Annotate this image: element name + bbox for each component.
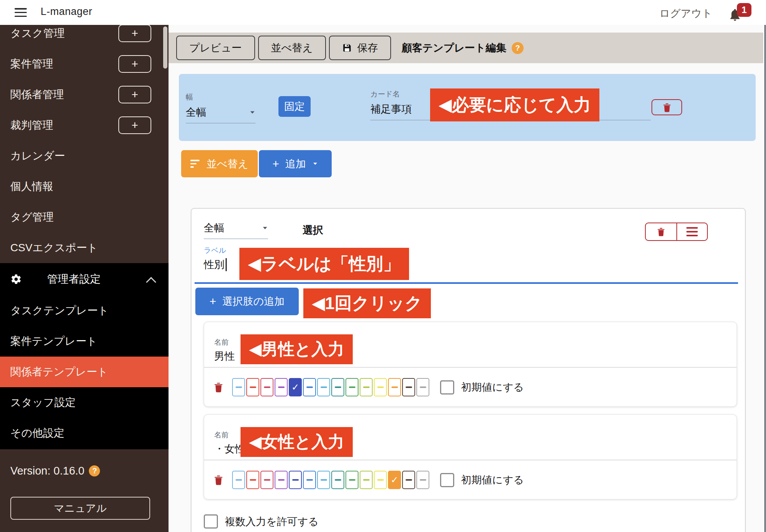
sidebar-item[interactable]: タスク管理+: [0, 25, 169, 49]
option-card-male: 名前 男性 ◀男性と入力 ✓ 初期値にする: [204, 322, 737, 407]
color-swatch[interactable]: [360, 471, 373, 489]
menu-icon[interactable]: [15, 8, 27, 17]
color-dash: [335, 479, 341, 481]
version-help-icon[interactable]: ?: [89, 465, 100, 476]
color-swatch[interactable]: [317, 471, 330, 489]
color-dash: [349, 386, 355, 388]
color-swatch[interactable]: [303, 471, 316, 489]
color-swatch[interactable]: [232, 471, 245, 489]
save-button[interactable]: 保存: [329, 36, 391, 60]
default-value-checkbox[interactable]: [440, 380, 454, 394]
color-dash: [406, 386, 412, 388]
notification-badge: 1: [737, 3, 751, 17]
color-swatch[interactable]: [374, 378, 387, 396]
delete-option-button[interactable]: [214, 382, 223, 393]
page-help-icon[interactable]: ?: [512, 42, 524, 54]
sidebar-item[interactable]: 案件管理+: [0, 49, 169, 79]
option-name-field[interactable]: 名前 男性: [214, 337, 235, 363]
sidebar-item[interactable]: スタッフ設定: [0, 387, 169, 418]
sidebar-scrollbar-thumb[interactable]: [163, 26, 167, 69]
multi-input-checkbox[interactable]: [204, 514, 218, 529]
field-type-title: 選択: [303, 223, 323, 237]
sort-button[interactable]: 並べ替え: [258, 36, 326, 60]
width-select[interactable]: 幅 全幅: [186, 92, 255, 123]
color-swatch[interactable]: [402, 378, 415, 396]
divider: [204, 460, 737, 460]
preview-button[interactable]: プレビュー: [176, 36, 255, 60]
color-dash: [377, 479, 384, 481]
sidebar-item[interactable]: その他設定: [0, 418, 169, 449]
sidebar-item-label: カレンダー: [10, 149, 65, 163]
color-swatch[interactable]: [246, 378, 259, 396]
color-swatch[interactable]: [303, 378, 316, 396]
color-swatch-selected[interactable]: ✓: [289, 378, 302, 396]
delete-card-button[interactable]: [651, 99, 682, 115]
sidebar-item[interactable]: カレンダー: [0, 141, 169, 171]
version-label: Version: 0.16.0: [10, 465, 84, 477]
sidebar-item[interactable]: 裁判管理+: [0, 110, 169, 141]
color-swatch[interactable]: [317, 378, 330, 396]
color-swatch[interactable]: [289, 471, 302, 489]
default-value-label: 初期値にする: [461, 380, 524, 394]
chevron-down-icon: [263, 227, 267, 229]
annotation-option-female: ◀女性と入力: [241, 427, 353, 457]
label-field-label: ラベル: [204, 246, 227, 255]
delete-field-button[interactable]: [646, 223, 676, 240]
gear-icon: [10, 273, 22, 285]
color-swatch[interactable]: [232, 378, 245, 396]
field-menu-button[interactable]: [676, 223, 707, 240]
quick-add-button[interactable]: +: [118, 116, 151, 134]
sidebar-item[interactable]: 案件テンプレート: [0, 326, 169, 357]
add-field-button[interactable]: + 追加: [259, 150, 332, 177]
notifications-button[interactable]: 1: [728, 5, 751, 22]
trash-icon: [657, 227, 665, 236]
manual-button[interactable]: マニュアル: [10, 497, 150, 520]
field-width-select[interactable]: 全幅: [204, 221, 268, 239]
color-dash: [250, 386, 256, 388]
color-swatch[interactable]: [260, 378, 273, 396]
annotation-card-name: ◀必要に応じて入力: [430, 88, 599, 121]
color-swatch-selected[interactable]: ✓: [388, 471, 401, 489]
sidebar-item[interactable]: 個人情報: [0, 171, 169, 202]
color-swatch[interactable]: [246, 471, 259, 489]
fixed-button[interactable]: 固定: [278, 96, 311, 117]
sidebar-item[interactable]: タスクテンプレート: [0, 295, 169, 326]
color-swatch[interactable]: [360, 378, 373, 396]
option-bottom-row: ✓ 初期値にする: [214, 373, 729, 402]
color-dash: [250, 479, 256, 481]
page-scrollbar[interactable]: [763, 25, 766, 532]
color-swatch[interactable]: [331, 378, 344, 396]
sidebar-item[interactable]: タグ管理: [0, 202, 169, 232]
sidebar-item-active[interactable]: 関係者テンプレート: [0, 357, 169, 387]
logout-button[interactable]: ログアウト: [660, 7, 712, 20]
main-content: プレビュー 並べ替え 保存 顧客テンプレート編集 ? 幅 全幅 固定: [169, 25, 763, 532]
reorder-fields-button[interactable]: 並べ替え: [181, 150, 258, 177]
card-actions-row: 並べ替え + 追加: [181, 150, 332, 177]
default-value-checkbox[interactable]: [440, 473, 454, 487]
card-name-value: 補足事項: [370, 102, 412, 116]
label-input-field[interactable]: ラベル 性別: [204, 246, 227, 272]
sidebar-item-admin-settings[interactable]: 管理者設定: [0, 263, 169, 295]
sidebar-item[interactable]: CSVエクスポート: [0, 232, 169, 263]
color-swatch[interactable]: [416, 471, 429, 489]
color-swatch[interactable]: [402, 471, 415, 489]
color-dash: [420, 479, 426, 481]
quick-add-button[interactable]: +: [118, 55, 151, 73]
quick-add-button[interactable]: +: [118, 86, 151, 103]
multi-input-row: 複数入力を許可する: [204, 514, 319, 529]
sidebar-item[interactable]: 関係者管理+: [0, 79, 169, 110]
color-dash: [278, 386, 285, 388]
color-swatch[interactable]: [374, 471, 387, 489]
color-swatch[interactable]: [331, 471, 344, 489]
delete-option-button[interactable]: [214, 475, 223, 485]
color-dash: [236, 479, 242, 481]
quick-add-button[interactable]: +: [118, 25, 151, 42]
color-swatch[interactable]: [275, 378, 288, 396]
color-swatch[interactable]: [388, 378, 401, 396]
color-swatch[interactable]: [275, 471, 288, 489]
color-swatch[interactable]: [260, 471, 273, 489]
color-swatch[interactable]: [345, 471, 358, 489]
add-option-button[interactable]: + 選択肢の追加: [195, 288, 299, 315]
color-swatch[interactable]: [345, 378, 358, 396]
color-swatch[interactable]: [416, 378, 429, 396]
